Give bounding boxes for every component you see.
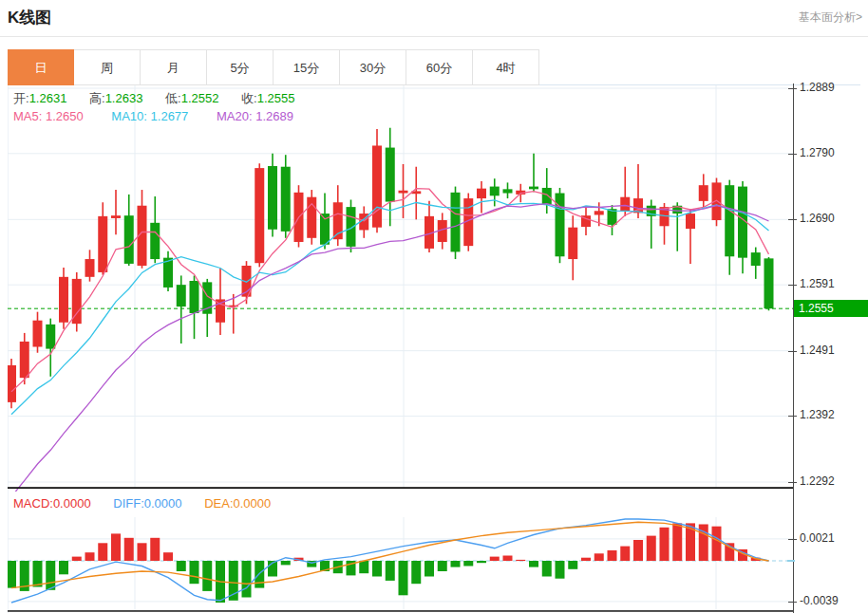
candle-body	[98, 216, 107, 272]
tab-30min[interactable]: 30分	[340, 49, 406, 85]
y-axis-label: 0.0021	[800, 531, 835, 545]
current-price-tag: 1.2555	[794, 300, 868, 317]
candle-body	[751, 252, 761, 266]
macd-bar	[463, 561, 473, 567]
tab-week[interactable]: 周	[74, 49, 141, 85]
candle-body	[20, 342, 29, 378]
candle-body	[111, 215, 121, 218]
macd-bar	[138, 543, 147, 561]
tab-4hour[interactable]: 4时	[473, 49, 539, 85]
axis-tick	[788, 602, 797, 603]
macd-bar	[85, 552, 95, 561]
axis-tick	[788, 351, 797, 352]
candle-body	[594, 211, 604, 214]
ma10-legend: MA10: 1.2677	[111, 109, 188, 123]
macd-bar	[594, 553, 604, 561]
open-pair: 开:1.2631	[13, 91, 66, 105]
macd-value: MACD:0.0000	[13, 496, 91, 511]
tab-month[interactable]: 月	[141, 49, 207, 85]
diff-value: DIFF:0.0000	[113, 496, 181, 511]
macd-bar	[111, 533, 121, 561]
macd-bar	[712, 527, 722, 561]
macd-bar	[359, 561, 368, 573]
macd-bar	[556, 561, 565, 579]
candle-body	[503, 189, 513, 193]
candle-body	[477, 189, 486, 198]
macd-bar	[8, 561, 16, 588]
page-title: K线图	[8, 7, 51, 28]
dea-value: DEA:0.0000	[204, 496, 271, 511]
macd-bar	[542, 561, 552, 577]
candle-body	[764, 258, 774, 308]
y-axis-label: 1.2392	[800, 408, 835, 421]
candle-body	[124, 215, 134, 264]
tab-15min[interactable]: 15分	[274, 49, 340, 85]
ma20-legend: MA20: 1.2689	[217, 109, 293, 123]
macd-bar	[490, 557, 500, 561]
macd-bar	[59, 561, 68, 574]
candlestick-chart[interactable]	[8, 85, 793, 492]
candle-body	[281, 167, 291, 232]
candle-body	[725, 185, 734, 256]
candle-body	[490, 187, 500, 196]
tab-5min[interactable]: 5分	[207, 49, 274, 85]
fundamental-analysis-link[interactable]: 基本面分析>	[799, 9, 862, 26]
candle-body	[190, 281, 199, 313]
macd-bar	[399, 561, 408, 595]
candle-body	[33, 321, 43, 347]
candle-body	[568, 228, 577, 259]
y-axis-label: 1.2889	[800, 81, 835, 94]
y-axis-label: 1.2591	[800, 277, 835, 290]
macd-bar	[150, 538, 160, 561]
macd-bar	[568, 561, 577, 569]
macd-bar	[202, 561, 212, 591]
macd-zero-tick	[787, 560, 795, 562]
macd-bar	[98, 543, 107, 561]
header-divider	[0, 36, 868, 37]
period-tabs: 日 周 月 5分 15分 30分 60分 4时	[8, 49, 860, 85]
tab-day[interactable]: 日	[8, 49, 74, 85]
macd-bar	[633, 540, 643, 561]
macd-bar	[425, 561, 434, 577]
axis-tick	[788, 285, 797, 286]
macd-chart[interactable]	[8, 517, 793, 613]
axis-tick	[788, 482, 797, 483]
low-pair: 低:1.2552	[165, 91, 218, 105]
macd-bar	[438, 561, 447, 571]
candle-body	[712, 182, 722, 220]
candle-body	[556, 194, 565, 257]
axis-tick	[788, 154, 797, 155]
candle-body	[268, 166, 277, 230]
macd-bar	[242, 561, 252, 598]
macd-bar	[660, 528, 670, 561]
candle-body	[529, 187, 538, 190]
candle-body	[386, 148, 395, 202]
y-axis-label: 1.2790	[800, 146, 835, 159]
candle-body	[542, 188, 552, 204]
macd-bar	[281, 561, 291, 565]
y-axis-label: -0.0039	[800, 594, 839, 607]
macd-bar	[177, 561, 186, 571]
macd-bar	[672, 523, 682, 561]
candle-body	[255, 168, 264, 263]
x-axis-line	[8, 487, 793, 489]
macd-bar	[451, 561, 461, 567]
macd-bar	[529, 561, 538, 567]
macd-bar	[477, 561, 486, 563]
candle-body	[59, 277, 68, 323]
tab-60min[interactable]: 60分	[406, 49, 473, 85]
axis-tick	[788, 416, 797, 417]
y-axis-label: 1.2491	[800, 344, 835, 357]
candle-body	[699, 185, 708, 201]
macd-bar	[190, 561, 199, 584]
high-pair: 高:1.2633	[89, 91, 142, 105]
macd-bar	[516, 560, 525, 561]
macd-bar	[608, 550, 617, 561]
candle-body	[399, 191, 408, 194]
macd-bar	[620, 547, 630, 561]
candle-body	[451, 193, 461, 252]
candle-body	[177, 285, 186, 306]
ma5-legend: MA5: 1.2650	[13, 109, 84, 123]
y-axis-label: 1.2690	[800, 212, 835, 225]
y-axis-label: 1.2292	[800, 474, 835, 488]
